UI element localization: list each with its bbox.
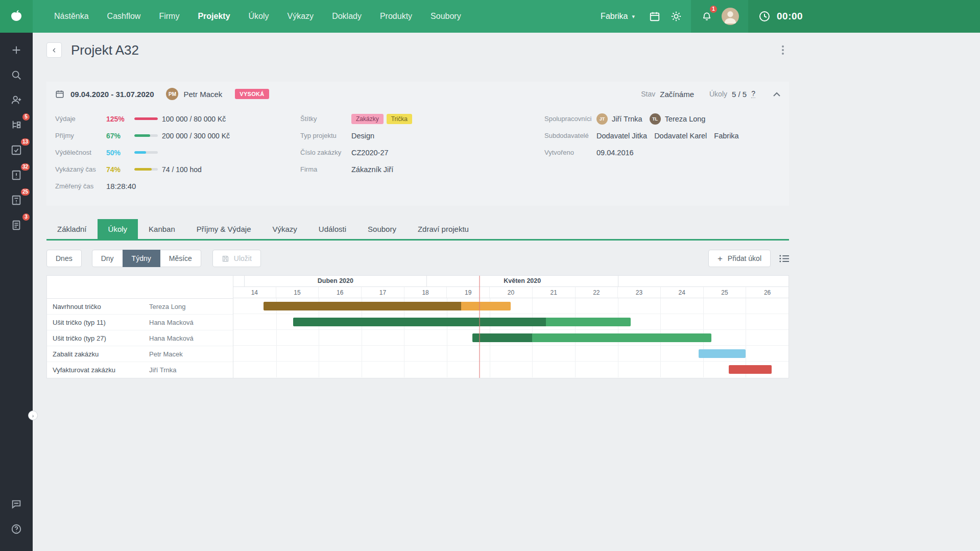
collaborator[interactable]: JTJiří Trnka xyxy=(596,113,642,125)
stat-percent: 67% xyxy=(106,132,134,140)
invoices-alert-icon[interactable]: 32 xyxy=(7,166,26,184)
measured-time-row: Změřený čas18:28:40 xyxy=(55,178,300,195)
details-list: ŠtítkyZakázkyTričkaTyp projektuDesignČís… xyxy=(300,110,544,195)
calendar-icon[interactable] xyxy=(644,0,665,33)
people-values: Dodavatel JitkaDodavatel KarelFabrika xyxy=(596,132,739,140)
topbar-right: Fabrika ▾ 1 00:00 xyxy=(591,0,980,33)
timer-widget[interactable]: 00:00 xyxy=(748,0,980,33)
chevron-down-icon: ▾ xyxy=(632,13,635,20)
plus-icon: + xyxy=(718,254,723,263)
tab-ukoly[interactable]: Úkoly xyxy=(98,219,138,239)
tab-soubory[interactable]: Soubory xyxy=(357,219,407,239)
gantt-task-assignee: Jiří Trnka xyxy=(149,366,176,374)
nav-item-projekty[interactable]: Projekty xyxy=(188,0,239,33)
gantt-week-label: 14 xyxy=(233,287,276,298)
search-icon[interactable] xyxy=(7,66,26,84)
detail-row-typ-projektu: Typ projektuDesign xyxy=(300,127,544,144)
stat-percent: 50% xyxy=(106,149,134,157)
tab-zdravi-projektu[interactable]: Zdraví projektu xyxy=(407,219,480,239)
gantt-bar-navrhnout-tricko[interactable] xyxy=(264,302,511,310)
detail-label: Štítky xyxy=(300,115,351,123)
clock-icon xyxy=(758,10,771,22)
gantt-task-name[interactable]: Vyfakturovat zakázku xyxy=(47,366,149,374)
list-view-icon[interactable] xyxy=(779,254,789,263)
tag-badge-zakazky[interactable]: Zakázky xyxy=(351,114,384,124)
gantt-week-row: 14151617181920212223242526 xyxy=(233,287,788,298)
today-button[interactable]: Dnes xyxy=(46,250,82,267)
back-button[interactable] xyxy=(46,42,62,58)
nav-item-produkty[interactable]: Produkty xyxy=(371,0,421,33)
settings-gear-icon[interactable] xyxy=(665,0,687,33)
view-tydny[interactable]: Týdny xyxy=(123,250,160,267)
gantt-week-label: 26 xyxy=(746,287,788,298)
project-summary-body: Výdaje125%100 000 / 80 000 KčPříjmy67%20… xyxy=(46,106,789,206)
nav-item-nastenka[interactable]: Nástěnka xyxy=(45,0,98,33)
documents-alert-icon[interactable]: 25 xyxy=(7,191,26,209)
tasks-help-hint[interactable]: ? xyxy=(751,90,755,98)
gantt-task-name[interactable]: Ušit tričko (typ 27) xyxy=(47,334,149,342)
sidebar-expand-button[interactable]: › xyxy=(28,411,38,420)
page-title: Projekt A32 xyxy=(71,42,139,58)
company-name: Fabrika xyxy=(601,12,628,21)
gantt-task-label-row: Ušit tričko (typ 11)Hana Macková xyxy=(47,315,233,330)
add-contact-icon[interactable] xyxy=(7,91,26,109)
tag-badge-tricka[interactable]: Trička xyxy=(387,114,412,124)
nav-item-doklady[interactable]: Doklady xyxy=(323,0,371,33)
chat-icon[interactable] xyxy=(7,495,26,513)
app-logo[interactable] xyxy=(0,0,33,33)
gantt-task-name[interactable]: Zabalit zakázku xyxy=(47,350,149,358)
collaborator[interactable]: TLTereza Long xyxy=(650,113,706,125)
tab-prijmy-vydaje[interactable]: Příjmy & Výdaje xyxy=(186,219,262,239)
reports-icon[interactable]: 3 xyxy=(7,216,26,234)
main-content: Projekt A32 09.04.2020 - 31.07.2020 PM P… xyxy=(33,33,980,551)
subcontractor-name[interactable]: Dodavatel Jitka xyxy=(596,132,647,140)
add-new-icon[interactable] xyxy=(7,41,26,59)
view-mesice[interactable]: Měsíce xyxy=(160,250,201,267)
gantt-task-name[interactable]: Ušit tričko (typ 11) xyxy=(47,319,149,326)
tab-zakladni[interactable]: Základní xyxy=(46,219,98,239)
collapse-panel-chevron-icon[interactable] xyxy=(773,92,780,97)
project-tabs: ZákladníÚkolyKanbanPříjmy & VýdajeVýkazy… xyxy=(46,219,789,241)
tab-kanban[interactable]: Kanban xyxy=(138,219,186,239)
detail-value: Design xyxy=(351,132,374,140)
gantt-task-name[interactable]: Navrhnout tričko xyxy=(47,303,149,310)
nav-item-ukoly[interactable]: Úkoly xyxy=(240,0,278,33)
subcontractor-name[interactable]: Dodavatel Karel xyxy=(654,132,707,140)
nav-item-cashflow[interactable]: Cashflow xyxy=(98,0,150,33)
tab-udalosti[interactable]: Události xyxy=(308,219,357,239)
project-owner: Petr Macek xyxy=(183,90,222,99)
projects-badge: 5 xyxy=(22,113,30,121)
company-switcher[interactable]: Fabrika ▾ xyxy=(591,0,644,33)
project-status-group: Stav Začínáme Úkoly 5 / 5 ? xyxy=(641,90,780,99)
notifications-bell-icon[interactable]: 1 xyxy=(696,0,718,33)
top-navigation-bar: NástěnkaCashflowFirmyProjektyÚkolyVýkazy… xyxy=(0,0,980,33)
gantt-task-labels: Navrhnout tričkoTereza LongUšit tričko (… xyxy=(47,299,233,378)
nav-item-soubory[interactable]: Soubory xyxy=(421,0,470,33)
view-dny[interactable]: Dny xyxy=(92,250,123,267)
subcontractor-name[interactable]: Fabrika xyxy=(714,132,738,140)
project-summary-header: 09.04.2020 - 31.07.2020 PM Petr Macek VY… xyxy=(46,82,789,106)
help-icon[interactable] xyxy=(7,520,26,538)
gantt-toolbar: Dnes DnyTýdnyMěsíce Uložit + Přidat úkol xyxy=(46,250,789,267)
more-options-icon[interactable] xyxy=(777,45,789,55)
nav-item-vykazy[interactable]: Výkazy xyxy=(278,0,323,33)
people-list: SpolupracovníciJTJiří TrnkaTLTereza Long… xyxy=(544,110,780,195)
people-values: JTJiří TrnkaTLTereza Long xyxy=(596,113,705,125)
user-avatar[interactable] xyxy=(722,8,739,25)
stat-progress-fill xyxy=(134,151,146,154)
gantt-body xyxy=(233,298,788,377)
tab-vykazy[interactable]: Výkazy xyxy=(261,219,307,239)
nav-item-firmy[interactable]: Firmy xyxy=(150,0,188,33)
gantt-bar-usit-tricko-typ-11[interactable] xyxy=(293,318,631,326)
add-task-button[interactable]: + Přidat úkol xyxy=(708,250,771,267)
status-value[interactable]: Začínáme xyxy=(660,90,694,99)
gantt-bar-vyfakturovat-zakazku[interactable] xyxy=(729,365,772,374)
save-button[interactable]: Uložit xyxy=(212,250,261,267)
projects-tree-icon[interactable]: 5 xyxy=(7,116,26,134)
stats-list: Výdaje125%100 000 / 80 000 KčPříjmy67%20… xyxy=(55,110,300,195)
gantt-bar-zabalit-zakazku[interactable] xyxy=(699,349,746,358)
tasks-count-label: Úkoly xyxy=(709,90,727,98)
tasks-icon[interactable]: 13 xyxy=(7,141,26,159)
add-task-label: Přidat úkol xyxy=(728,254,761,262)
gantt-bar-usit-tricko-typ-27[interactable] xyxy=(472,333,711,342)
